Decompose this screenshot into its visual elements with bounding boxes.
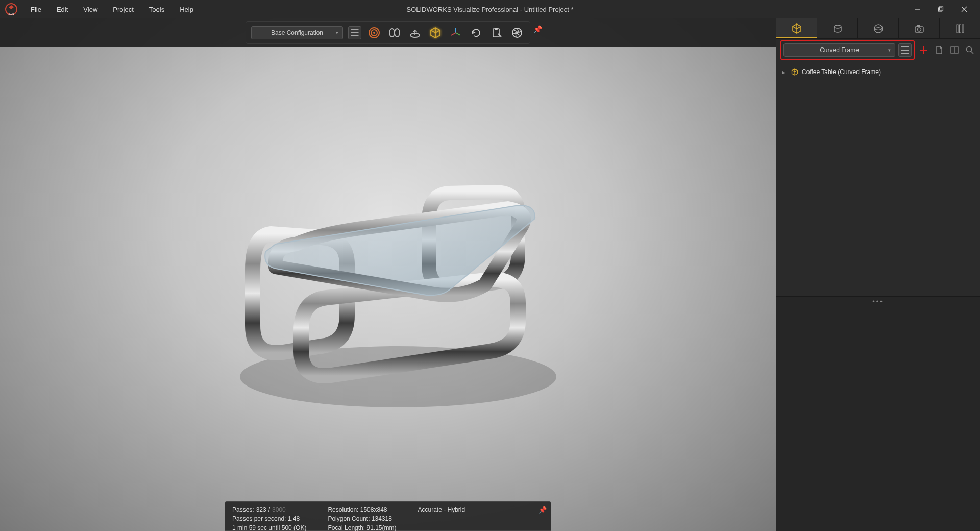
titlebar: 2021 File Edit View Project Tools Help S… — [0, 0, 980, 18]
menu-view[interactable]: View — [76, 4, 105, 15]
model-config-label: Curved Frame — [820, 46, 859, 54]
svg-point-14 — [389, 29, 395, 37]
svg-line-39 — [971, 51, 974, 54]
viewport-toolbar: Base Configuration ▾ 📌 — [246, 21, 530, 44]
svg-point-13 — [373, 32, 375, 34]
focal-readout: Focal Length: 91.15(mm) — [328, 523, 396, 531]
svg-point-26 — [917, 28, 921, 31]
paste-icon[interactable] — [489, 25, 504, 40]
window-title: SOLIDWORKS Visualize Professional - Unti… — [406, 6, 573, 13]
svg-rect-4 — [940, 7, 943, 10]
model-tree: ▸ Coffee Table (Curved Frame) — [776, 61, 980, 296]
svg-line-19 — [451, 33, 456, 35]
status-pin-icon[interactable]: 📌 — [538, 505, 547, 515]
svg-point-38 — [967, 46, 972, 52]
panel-tabs — [776, 18, 980, 39]
viewport-render — [0, 18, 776, 531]
passes-readout: Passes: 323 / 3000 — [232, 505, 306, 514]
model-cube-icon[interactable] — [428, 25, 443, 40]
configuration-list-button[interactable] — [348, 26, 361, 39]
search-icon[interactable] — [964, 44, 976, 56]
render-target-icon[interactable] — [366, 25, 382, 40]
reload-icon[interactable] — [469, 25, 484, 40]
menubar: File Edit View Project Tools Help — [23, 4, 201, 15]
split-view-icon[interactable] — [948, 44, 961, 56]
configuration-dropdown[interactable]: Base Configuration ▾ — [251, 26, 343, 39]
tab-cameras[interactable] — [899, 18, 940, 38]
highlighted-config-selector: Curved Frame ▾ — [780, 40, 915, 60]
render-status-bar: Passes: 323 / 3000 Passes per second: 1.… — [225, 501, 551, 531]
menu-tools[interactable]: Tools — [142, 4, 172, 15]
symmetry-icon[interactable] — [387, 25, 402, 40]
model-icon — [791, 68, 799, 76]
axis-icon[interactable] — [448, 25, 463, 40]
svg-point-23 — [834, 25, 841, 28]
svg-line-18 — [456, 33, 460, 35]
eta-readout: 1 min 59 sec until 500 (OK) — [232, 523, 306, 531]
properties-splitter[interactable]: ••• — [776, 296, 980, 306]
polycount-readout: Polygon Count: 134318 — [328, 514, 396, 523]
turntable-icon[interactable] — [407, 25, 423, 40]
aperture-icon[interactable] — [509, 25, 525, 40]
svg-rect-30 — [962, 25, 964, 33]
model-config-list-button[interactable] — [898, 43, 912, 57]
maximize-button[interactable] — [929, 0, 952, 18]
side-panel: Curved Frame ▾ ▸ Coffee Table (Curved Fr… — [776, 18, 980, 531]
menu-project[interactable]: Project — [106, 4, 140, 15]
viewport-toolbar-strip: Base Configuration ▾ 📌 — [0, 18, 776, 47]
svg-point-24 — [874, 25, 883, 33]
pin-icon[interactable]: 📌 — [533, 25, 542, 33]
viewport[interactable]: Base Configuration ▾ 📌 — [0, 18, 776, 531]
tab-scenes[interactable] — [858, 18, 899, 38]
tab-models[interactable] — [776, 18, 817, 38]
close-button[interactable] — [952, 0, 976, 18]
tree-item-label: Coffee Table (Curved Frame) — [802, 68, 881, 76]
menu-help[interactable]: Help — [173, 4, 201, 15]
svg-rect-28 — [957, 25, 958, 33]
panel-subtoolbar: Curved Frame ▾ — [776, 39, 980, 61]
window-buttons — [905, 0, 976, 18]
render-mode-readout: Accurate - Hybrid — [418, 505, 465, 514]
minimize-button[interactable] — [905, 0, 929, 18]
svg-point-15 — [395, 29, 400, 37]
svg-rect-20 — [493, 29, 499, 37]
svg-rect-3 — [939, 8, 942, 11]
chevron-down-icon: ▾ — [336, 30, 338, 35]
menu-file[interactable]: File — [23, 4, 48, 15]
rendered-model — [194, 137, 582, 413]
svg-rect-21 — [495, 28, 498, 30]
app-logo: 2021 — [4, 2, 18, 16]
tree-expand-icon[interactable]: ▸ — [782, 69, 788, 75]
properties-panel — [776, 306, 980, 531]
configuration-label: Base Configuration — [271, 29, 323, 36]
new-file-icon[interactable] — [933, 44, 945, 56]
pps-readout: Passes per second: 1.48 — [232, 514, 306, 523]
tree-item-coffee-table[interactable]: ▸ Coffee Table (Curved Frame) — [780, 66, 976, 78]
add-model-button[interactable] — [918, 44, 930, 56]
svg-text:2021: 2021 — [8, 12, 14, 15]
svg-rect-29 — [959, 25, 961, 33]
resolution-readout: Resolution: 1508x848 — [328, 505, 396, 514]
tab-libraries[interactable] — [940, 18, 980, 38]
chevron-down-icon: ▾ — [888, 47, 891, 53]
svg-rect-27 — [917, 25, 920, 27]
menu-edit[interactable]: Edit — [50, 4, 75, 15]
tab-appearances[interactable] — [817, 18, 858, 38]
model-config-dropdown[interactable]: Curved Frame ▾ — [783, 43, 895, 57]
